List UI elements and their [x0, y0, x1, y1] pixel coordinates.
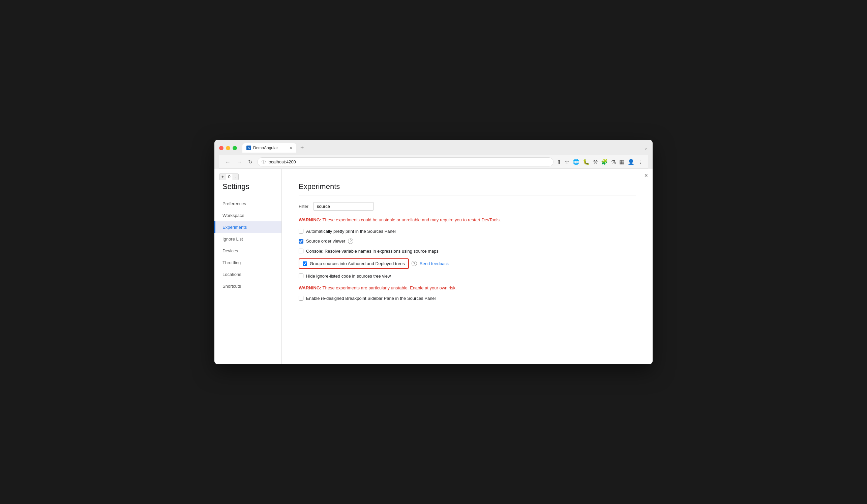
filter-row: Filter: [299, 202, 636, 210]
reload-button[interactable]: ↻: [247, 158, 254, 166]
redesigned-breakpoint-checkbox[interactable]: [299, 296, 303, 300]
settings-title: Settings: [214, 182, 281, 198]
browser-top-row: A DemoAngular × + ⌄: [219, 143, 648, 153]
filter-label: Filter: [299, 204, 309, 209]
devtools-icon[interactable]: ⚒: [593, 159, 598, 165]
experiment-redesigned-breakpoint: Enable re-designed Breakpoint Sidebar Pa…: [299, 296, 636, 301]
code-counter: + 0 -: [219, 174, 239, 180]
active-tab[interactable]: A DemoAngular ×: [242, 143, 296, 153]
browser-toolbar-icons: ⬆ ☆ 🌐 🐛 ⚒ 🧩 ⚗ ▦ 👤 ⋮: [557, 159, 643, 165]
counter-minus-button[interactable]: -: [233, 174, 238, 180]
source-order-viewer-label[interactable]: Source order viewer: [306, 239, 345, 244]
address-field[interactable]: ⓘ localhost:4200: [257, 157, 554, 166]
counter-plus-button[interactable]: +: [220, 174, 226, 180]
flask-icon[interactable]: ⚗: [611, 159, 616, 165]
warning-text-1: WARNING: These experiments could be unst…: [299, 217, 636, 223]
warning-text-2: WARNING: These experiments are particula…: [299, 285, 636, 291]
source-order-viewer-checkbox[interactable]: [299, 239, 303, 244]
panel-close-button[interactable]: ×: [644, 172, 648, 179]
sidebar-item-shortcuts[interactable]: Shortcuts: [214, 280, 281, 292]
warning-message-1: These experiments could be unstable or u…: [323, 217, 501, 222]
experiment-group-sources: Group sources into Authored and Deployed…: [299, 259, 636, 269]
hide-ignore-listed-label[interactable]: Hide ignore-listed code in sources tree …: [306, 274, 391, 278]
browser-window: A DemoAngular × + ⌄ ← → ↻ ⓘ localhost:42…: [214, 140, 653, 364]
warning-message-2: These experiments are particularly unsta…: [323, 285, 457, 291]
sidebar-item-locations[interactable]: Locations: [214, 269, 281, 280]
profile-icon[interactable]: 👤: [628, 159, 634, 165]
experiment-console-source-maps: Console: Resolve variable names in expre…: [299, 249, 636, 254]
forward-button[interactable]: →: [235, 158, 243, 166]
group-sources-highlight-box: Group sources into Authored and Deployed…: [299, 259, 409, 269]
traffic-light-green[interactable]: [233, 146, 237, 150]
sidebar-item-ignore-list[interactable]: Ignore List: [214, 233, 281, 245]
browser-titlebar: A DemoAngular × + ⌄ ← → ↻ ⓘ localhost:42…: [214, 140, 653, 169]
address-text: localhost:4200: [268, 160, 296, 164]
bug-icon[interactable]: 🐛: [583, 159, 590, 165]
redesigned-breakpoint-label[interactable]: Enable re-designed Breakpoint Sidebar Pa…: [306, 296, 436, 301]
settings-main: Experiments Filter WARNING: These experi…: [282, 169, 653, 364]
bookmark-icon[interactable]: ☆: [565, 159, 569, 165]
earth-icon[interactable]: 🌐: [573, 159, 579, 165]
experiment-hide-ignore-listed: Hide ignore-listed code in sources tree …: [299, 274, 636, 278]
security-icon: ⓘ: [261, 159, 266, 165]
send-feedback-link[interactable]: Send feedback: [420, 261, 449, 266]
traffic-light-yellow[interactable]: [226, 146, 230, 150]
browser-address-bar: ← → ↻ ⓘ localhost:4200 ⬆ ☆ 🌐 🐛 ⚒ 🧩 ⚗ ▦ 👤…: [219, 155, 648, 169]
pretty-print-label[interactable]: Automatically pretty print in the Source…: [306, 229, 396, 234]
group-sources-label[interactable]: Group sources into Authored and Deployed…: [310, 261, 405, 266]
group-sources-help-icon[interactable]: ?: [411, 261, 417, 266]
sidebar-item-preferences[interactable]: Preferences: [214, 198, 281, 210]
tab-bar: A DemoAngular × +: [242, 143, 641, 153]
new-tab-button[interactable]: +: [298, 144, 307, 152]
experiment-source-order-viewer: Source order viewer ?: [299, 239, 636, 244]
source-order-viewer-help-icon[interactable]: ?: [348, 239, 353, 244]
experiments-title: Experiments: [299, 182, 636, 195]
sidebar-icon[interactable]: ▦: [619, 159, 624, 165]
more-icon[interactable]: ⋮: [638, 159, 643, 165]
browser-chevron-icon[interactable]: ⌄: [644, 145, 648, 151]
traffic-light-red[interactable]: [219, 146, 224, 150]
devtools-panel: + 0 - × Settings Preferences Workspace E…: [214, 169, 653, 364]
experiment-pretty-print: Automatically pretty print in the Source…: [299, 229, 636, 234]
warning-label-2: WARNING:: [299, 285, 321, 291]
back-button[interactable]: ←: [224, 158, 232, 166]
counter-value: 0: [226, 174, 233, 180]
tab-close-icon[interactable]: ×: [290, 145, 292, 151]
console-source-maps-checkbox[interactable]: [299, 249, 303, 253]
warning-label-1: WARNING:: [299, 217, 321, 222]
puzzle-icon[interactable]: 🧩: [601, 159, 608, 165]
tab-favicon: A: [246, 145, 251, 150]
sidebar-item-experiments[interactable]: Experiments: [214, 221, 281, 233]
pretty-print-checkbox[interactable]: [299, 229, 303, 233]
console-source-maps-label[interactable]: Console: Resolve variable names in expre…: [306, 249, 439, 254]
group-sources-checkbox[interactable]: [303, 261, 307, 266]
tab-title: DemoAngular: [253, 145, 278, 150]
sidebar-item-workspace[interactable]: Workspace: [214, 210, 281, 221]
share-icon[interactable]: ⬆: [557, 159, 561, 165]
hide-ignore-listed-checkbox[interactable]: [299, 274, 303, 278]
settings-sidebar: Settings Preferences Workspace Experimen…: [214, 169, 282, 364]
sidebar-item-devices[interactable]: Devices: [214, 245, 281, 257]
sidebar-item-throttling[interactable]: Throttling: [214, 257, 281, 269]
traffic-lights: [219, 146, 237, 150]
filter-input[interactable]: [313, 202, 374, 210]
